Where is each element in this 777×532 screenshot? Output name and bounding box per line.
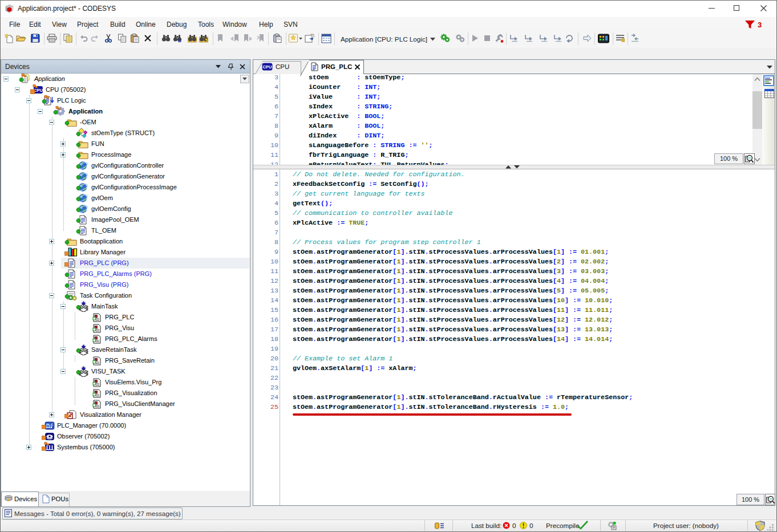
- svg-text:CPU: CPU: [34, 88, 43, 93]
- svg-text:CPU: CPU: [263, 64, 272, 70]
- svg-text:B: B: [178, 38, 181, 43]
- svg-text:PLC: PLC: [46, 423, 54, 427]
